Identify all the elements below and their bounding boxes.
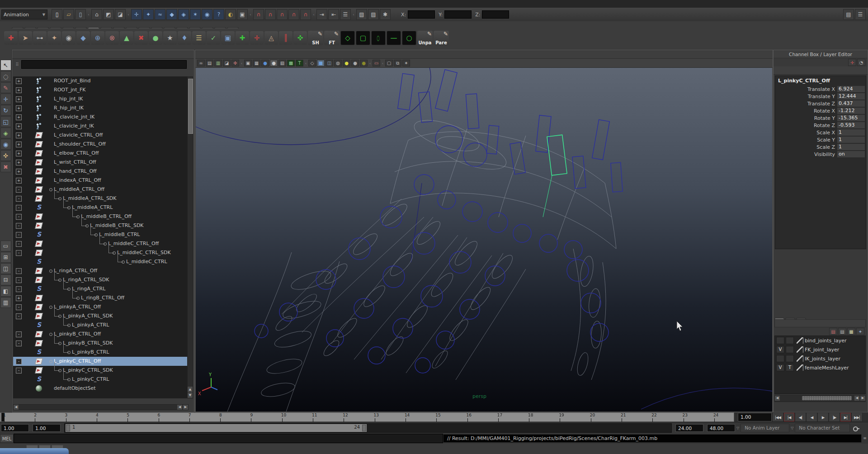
timeline-frame-tick[interactable]: 8 <box>217 413 248 422</box>
expand-toggle[interactable]: - <box>16 205 22 211</box>
layer-type-toggle[interactable] <box>786 355 794 362</box>
shelf-tab[interactable] <box>50 27 61 28</box>
outliner-item[interactable]: + L_clavicle_CTRL_Off <box>13 131 189 140</box>
shelf-tab[interactable] <box>189 27 201 28</box>
shelf-figure-a-icon[interactable]: ◉ <box>62 31 75 45</box>
timeline-frame-tick[interactable]: 13 <box>372 413 403 422</box>
camera-attributes-icon[interactable]: ▤ <box>206 60 213 66</box>
step-back-key-button[interactable]: |◀ <box>783 412 795 422</box>
expand-toggle[interactable]: + <box>16 123 22 129</box>
shelf-anim-g-icon[interactable]: ✛ <box>250 31 264 45</box>
expand-toggle[interactable]: - <box>16 232 22 238</box>
select-object-icon[interactable]: ◩ <box>103 9 114 20</box>
attribute-value-field[interactable]: -15.365 <box>837 115 865 121</box>
outliner-vertical-scrollbar[interactable]: ▲ ▼ <box>187 76 193 398</box>
current-time-field[interactable]: 1.00 <box>738 413 772 421</box>
outliner-item[interactable]: + ROOT_jnt_FK <box>13 85 189 95</box>
shelf-tab[interactable] <box>62 27 74 28</box>
plugin-shading-icon[interactable]: ✶ <box>402 60 410 66</box>
new-scene-icon[interactable]: ▯ <box>52 9 62 20</box>
scroll-right-arrow[interactable]: ▶ <box>860 396 865 401</box>
move-tool[interactable]: ✛ <box>0 94 11 104</box>
shelf-tab[interactable] <box>126 27 137 28</box>
FK_joint_layer[interactable]: V FK_joint_layer <box>775 345 865 354</box>
input-connections-icon[interactable]: ⇥ <box>316 9 327 20</box>
auto-keyframe-toggle-icon[interactable] <box>853 425 860 432</box>
mask-dynamics-icon[interactable]: ✶ <box>190 9 201 20</box>
outliner-item[interactable]: - L_middleB_CTRL_SDK <box>13 221 189 230</box>
range-end-handle[interactable] <box>362 425 366 431</box>
expand-toggle[interactable]: - <box>16 250 22 256</box>
layer-color-swatch[interactable] <box>797 364 803 371</box>
layer-color-swatch[interactable] <box>797 337 803 344</box>
mask-surfaces-icon[interactable]: ◆ <box>166 9 177 20</box>
shelf-anim-e-icon[interactable]: ▣ <box>221 31 235 45</box>
outliner-item[interactable]: - L_middleA_CTRL_Off <box>13 185 189 194</box>
menu-set-dropdown[interactable]: Animation▼ <box>1 9 47 19</box>
expand-toggle[interactable]: + <box>16 87 22 93</box>
range-start-handle[interactable] <box>66 425 70 431</box>
universal-manipulator-tool[interactable]: ◈ <box>0 128 11 138</box>
shelf-character-icon[interactable]: ➤ <box>19 31 32 45</box>
set-layer-icon[interactable]: ▤ <box>838 328 846 335</box>
scroll-down-arrow[interactable]: ▼ <box>188 393 193 398</box>
layer-color-swatch[interactable] <box>797 346 803 353</box>
channel-box-title[interactable]: Channel Box / Layer Editor <box>774 50 868 58</box>
attribute-value-field[interactable]: -1.212 <box>837 108 865 114</box>
expand-toggle[interactable]: + <box>16 96 22 102</box>
last-tool[interactable]: ✖ <box>0 161 11 172</box>
IK_joints_layer[interactable]: IK_joints_layer <box>775 354 865 363</box>
timeline-frame-tick[interactable]: 15 <box>434 413 464 422</box>
animation-end-field[interactable]: 48.00 <box>707 424 735 432</box>
timeline-frame-tick[interactable]: 10 <box>279 413 310 422</box>
isolate-select-icon[interactable]: ▭ <box>373 60 380 66</box>
timeline-frame-tick[interactable]: 9 <box>248 413 279 422</box>
expand-toggle[interactable]: - <box>16 187 22 193</box>
four-pane-layout-button[interactable]: ⊞ <box>0 252 11 263</box>
shelf-anim-j-icon[interactable]: ✜ <box>293 31 307 45</box>
expand-toggle[interactable]: - <box>16 268 22 274</box>
play-forwards-button[interactable]: ▶ <box>817 412 829 422</box>
scroll-up-arrow[interactable]: ▲ <box>188 387 193 392</box>
outliner-item[interactable]: L_middleC_CTRL <box>13 257 189 266</box>
scroll-left-arrow[interactable]: ◀ <box>14 405 19 410</box>
expand-toggle[interactable]: + <box>16 114 22 120</box>
script-editor-icon[interactable]: ≡ <box>862 435 868 442</box>
go-to-end-button[interactable]: ▶▶| <box>851 412 863 422</box>
snap-live-icon[interactable]: ∩ <box>300 9 311 20</box>
paint-select-tool[interactable]: ✎ <box>0 82 11 93</box>
outliner-item[interactable]: - L_pinkyA_CTRL_Off <box>13 303 189 312</box>
outliner-item[interactable]: defaultObjectSet <box>13 384 189 393</box>
snap-point-icon[interactable]: ∩ <box>277 9 288 20</box>
lasso-select-tool[interactable]: ◌ <box>0 71 11 82</box>
layer-editor-tab[interactable] <box>774 318 784 319</box>
shelf-anim-h-icon[interactable]: ◬ <box>264 31 278 45</box>
timeline-frame-tick[interactable]: 5 <box>125 413 156 422</box>
timeline-frame-tick[interactable]: 6 <box>156 413 187 422</box>
layer-editor-tab[interactable] <box>785 318 795 319</box>
status-icon[interactable] <box>312 9 316 19</box>
shelf-pare-button[interactable]: Pare <box>434 31 449 45</box>
timeline-frame-tick[interactable]: 11 <box>310 413 341 422</box>
attribute-value-field[interactable]: 1 <box>837 137 865 143</box>
shelf-set-key-icon[interactable]: ✚ <box>4 31 18 45</box>
open-scene-icon[interactable]: ▱ <box>63 9 74 20</box>
outliner-item[interactable]: - L_pinkyC_CTRL_SDK <box>13 366 189 375</box>
shelf-anim-f-icon[interactable]: ✚ <box>236 31 249 45</box>
outliner-item[interactable]: - L_ringA_CTRL <box>13 284 189 293</box>
timeline-ruler[interactable]: 123456789101112131415161718192021222324 <box>0 412 734 422</box>
viewport-toolbar-icon[interactable] <box>368 60 372 66</box>
show-manipulator-tool[interactable]: ✜ <box>0 150 11 161</box>
film-gate-icon[interactable]: ▦ <box>253 60 260 66</box>
x-coordinate-input[interactable] <box>408 10 435 19</box>
shelf-key-icon[interactable]: ⊶ <box>33 31 47 45</box>
outliner-item[interactable]: + L_wrist_CTRL_Off <box>13 158 189 167</box>
timeline-frame-tick[interactable]: 22 <box>650 413 680 422</box>
expand-toggle[interactable]: + <box>16 169 22 175</box>
shelf-tab[interactable] <box>151 27 163 28</box>
expand-toggle[interactable]: + <box>16 151 22 156</box>
outliner-item[interactable]: - L_middleA_CTRL <box>13 203 189 212</box>
wireframe-icon[interactable]: ◇ <box>308 60 316 66</box>
range-slider-track[interactable]: 1 24 <box>64 423 672 433</box>
xray-icon[interactable]: ▢ <box>385 60 393 66</box>
